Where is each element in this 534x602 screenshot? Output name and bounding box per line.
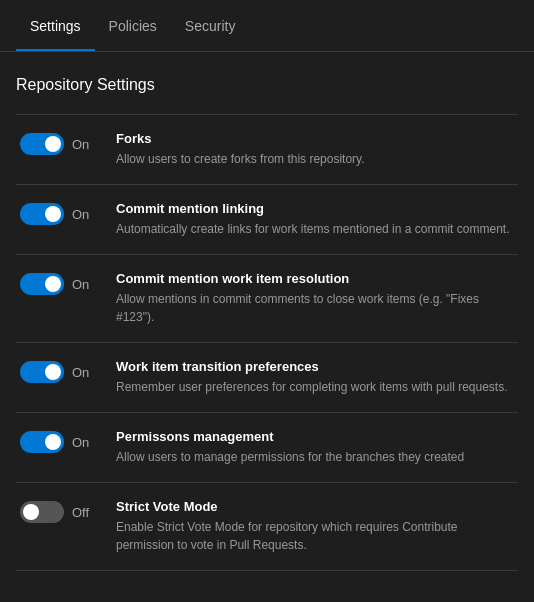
toggle-label-strict-vote-mode: Off: [72, 505, 89, 520]
tab-settings[interactable]: Settings: [16, 0, 95, 51]
toggle-knob-permissions-management: [45, 434, 61, 450]
setting-info-work-item-transition: Work item transition preferencesRemember…: [116, 359, 514, 396]
toggle-area-permissions-management: On: [20, 429, 100, 453]
setting-title-forks: Forks: [116, 131, 514, 146]
toggle-forks[interactable]: [20, 133, 64, 155]
setting-title-work-item-transition: Work item transition preferences: [116, 359, 514, 374]
toggle-label-work-item-transition: On: [72, 365, 89, 380]
setting-title-strict-vote-mode: Strict Vote Mode: [116, 499, 514, 514]
toggle-knob-commit-mention-linking: [45, 206, 61, 222]
toggle-label-permissions-management: On: [72, 435, 89, 450]
section-title: Repository Settings: [16, 76, 518, 94]
toggle-knob-forks: [45, 136, 61, 152]
setting-info-strict-vote-mode: Strict Vote ModeEnable Strict Vote Mode …: [116, 499, 514, 554]
setting-item-commit-mention-linking: OnCommit mention linkingAutomatically cr…: [16, 185, 518, 255]
toggle-area-work-item-transition: On: [20, 359, 100, 383]
setting-title-commit-mention-work-item: Commit mention work item resolution: [116, 271, 514, 286]
tab-security[interactable]: Security: [171, 0, 250, 51]
toggle-knob-commit-mention-work-item: [45, 276, 61, 292]
toggle-work-item-transition[interactable]: [20, 361, 64, 383]
toggle-label-commit-mention-work-item: On: [72, 277, 89, 292]
setting-title-commit-mention-linking: Commit mention linking: [116, 201, 514, 216]
setting-item-forks: OnForksAllow users to create forks from …: [16, 115, 518, 185]
settings-list: OnForksAllow users to create forks from …: [16, 114, 518, 571]
setting-info-permissions-management: Permissons managementAllow users to mana…: [116, 429, 514, 466]
setting-description-permissions-management: Allow users to manage permissions for th…: [116, 448, 514, 466]
setting-info-forks: ForksAllow users to create forks from th…: [116, 131, 514, 168]
setting-item-commit-mention-work-item: OnCommit mention work item resolutionAll…: [16, 255, 518, 343]
setting-description-commit-mention-work-item: Allow mentions in commit comments to clo…: [116, 290, 514, 326]
tab-policies[interactable]: Policies: [95, 0, 171, 51]
toggle-permissions-management[interactable]: [20, 431, 64, 453]
toggle-strict-vote-mode[interactable]: [20, 501, 64, 523]
setting-item-strict-vote-mode: OffStrict Vote ModeEnable Strict Vote Mo…: [16, 483, 518, 571]
setting-item-permissions-management: OnPermissons managementAllow users to ma…: [16, 413, 518, 483]
setting-info-commit-mention-linking: Commit mention linkingAutomatically crea…: [116, 201, 514, 238]
content-area: Repository Settings OnForksAllow users t…: [0, 52, 534, 587]
toggle-label-forks: On: [72, 137, 89, 152]
toggle-knob-strict-vote-mode: [23, 504, 39, 520]
setting-description-forks: Allow users to create forks from this re…: [116, 150, 514, 168]
setting-description-strict-vote-mode: Enable Strict Vote Mode for repository w…: [116, 518, 514, 554]
setting-description-commit-mention-linking: Automatically create links for work item…: [116, 220, 514, 238]
toggle-label-commit-mention-linking: On: [72, 207, 89, 222]
toggle-area-forks: On: [20, 131, 100, 155]
toggle-area-commit-mention-linking: On: [20, 201, 100, 225]
setting-title-permissions-management: Permissons management: [116, 429, 514, 444]
top-navigation: Settings Policies Security: [0, 0, 534, 52]
setting-item-work-item-transition: OnWork item transition preferencesRememb…: [16, 343, 518, 413]
toggle-area-commit-mention-work-item: On: [20, 271, 100, 295]
toggle-commit-mention-work-item[interactable]: [20, 273, 64, 295]
toggle-commit-mention-linking[interactable]: [20, 203, 64, 225]
toggle-knob-work-item-transition: [45, 364, 61, 380]
setting-description-work-item-transition: Remember user preferences for completing…: [116, 378, 514, 396]
toggle-area-strict-vote-mode: Off: [20, 499, 100, 523]
setting-info-commit-mention-work-item: Commit mention work item resolutionAllow…: [116, 271, 514, 326]
